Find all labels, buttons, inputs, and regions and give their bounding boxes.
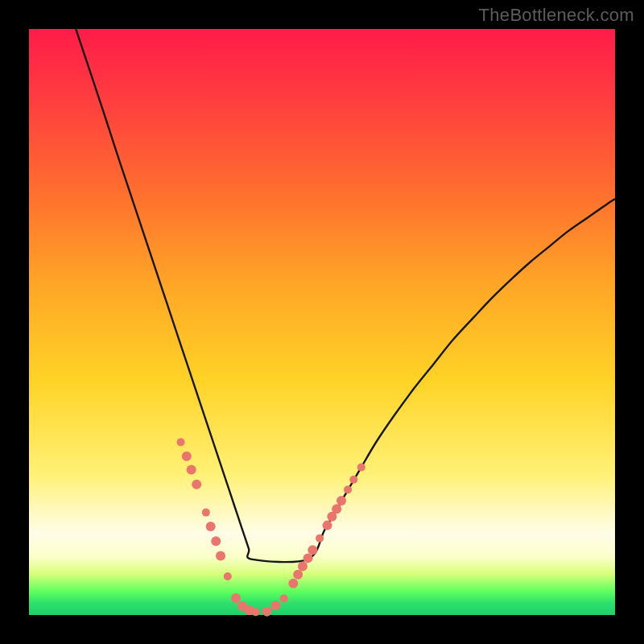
curve-marker xyxy=(298,562,308,572)
curve-marker xyxy=(216,551,225,560)
curve-markers xyxy=(177,438,365,616)
plot-area xyxy=(29,29,615,615)
curve-marker xyxy=(332,504,341,514)
curve-marker xyxy=(262,607,272,617)
curve-marker xyxy=(187,464,196,474)
curve-marker xyxy=(206,522,216,531)
curve-marker xyxy=(357,464,365,472)
curve-marker xyxy=(192,480,201,489)
curve-marker xyxy=(316,535,324,543)
curve-marker xyxy=(293,570,303,580)
curve-marker xyxy=(270,601,280,610)
curve-marker xyxy=(288,579,298,588)
curve-marker xyxy=(349,476,357,484)
curve-marker xyxy=(182,452,192,461)
curve-marker xyxy=(252,608,260,616)
curve-marker xyxy=(344,485,352,493)
curve-marker xyxy=(280,595,288,603)
curve-marker xyxy=(211,536,221,546)
bottleneck-curve-svg xyxy=(29,29,615,615)
curve-marker xyxy=(224,572,232,580)
watermark-text: TheBottleneck.com xyxy=(479,5,634,26)
curve-marker xyxy=(177,438,185,446)
curve-marker xyxy=(202,509,210,517)
bottleneck-curve xyxy=(76,29,615,562)
curve-marker xyxy=(336,496,346,506)
curve-marker xyxy=(231,593,241,603)
outer-frame: TheBottleneck.com xyxy=(0,0,644,644)
curve-marker xyxy=(323,521,332,530)
curve-marker xyxy=(303,553,313,563)
curve-marker xyxy=(308,545,317,555)
